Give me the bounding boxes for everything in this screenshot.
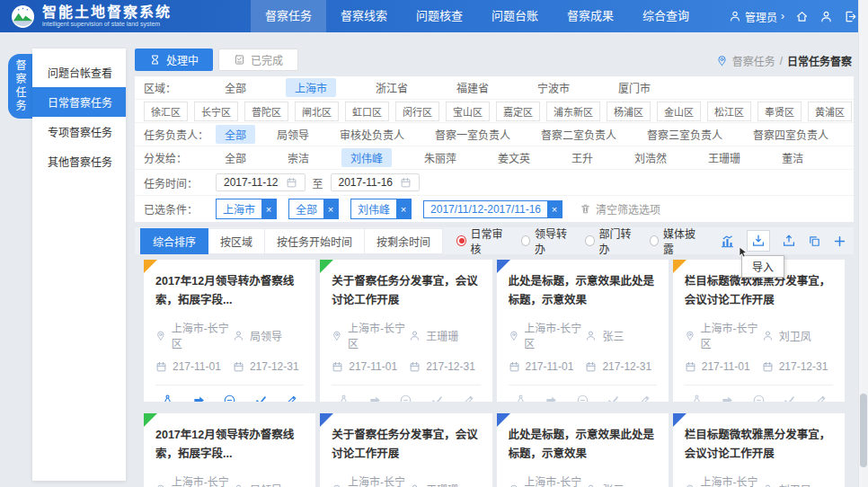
edit-icon[interactable] [814,394,828,402]
dispatch-chip[interactable]: 王升 [562,148,602,167]
complete-icon[interactable] [254,394,268,402]
nav-item-inspection-clues[interactable]: 督察线索 [326,0,402,32]
nav-item-inspection-results[interactable]: 督察成果 [553,0,628,32]
import-button[interactable]: 导入 [747,230,770,252]
task-card[interactable]: 此处是标题，示意效果此处是标题，示意效果 上海市-长宁区 张三 217-11-0… [497,260,669,402]
remove-tag-icon[interactable]: × [261,199,276,218]
clear-filters-button[interactable]: 清空筛选选项 [580,201,660,217]
dispatch-chip[interactable]: 姜文英 [489,148,539,167]
district-chip[interactable]: 松江区 [707,102,751,121]
nav-item-inspection-tasks[interactable]: 督察任务 [251,0,326,32]
sidebar-item-other-inspection[interactable]: 其他督察任务 [32,146,126,176]
nav-item-issue-check[interactable]: 问题核查 [402,0,477,32]
dispatch-chip-selected[interactable]: 刘伟峰 [341,148,392,167]
dispatch-chip[interactable]: 王珊珊 [699,148,749,167]
radio-leader-transfer[interactable]: 领导转办 [521,226,571,256]
district-chip[interactable]: 普陀区 [244,102,288,121]
dispatch-chip[interactable]: 刘浩然 [625,148,676,167]
dispatch-chip[interactable]: 朱丽萍 [415,148,465,167]
owner-chip[interactable]: 局领导 [268,125,318,144]
tab-processing[interactable]: 处理中 [135,49,213,71]
distribute-icon[interactable] [161,394,174,402]
region-chip-selected[interactable]: 上海市 [286,78,336,97]
edit-icon[interactable] [285,394,298,402]
radio-department-transfer[interactable]: 部门转办 [585,226,635,256]
complete-icon[interactable] [607,394,620,402]
region-chip[interactable]: 厦门市 [609,78,660,97]
dispatch-chip[interactable]: 董洁 [773,148,812,167]
owner-chip[interactable]: 督察一室负责人 [426,125,519,144]
date-from-input[interactable]: 2017-11-12 [216,173,306,191]
task-card[interactable]: 栏目标题微软雅黑分发事宜，会议讨论工作开展 上海市-长宁区 刘卫凤 217-11… [673,413,845,487]
remove-tag-icon[interactable]: × [547,201,562,217]
sidebar-item-issue-ledger-view[interactable]: 问题台帐查看 [32,58,126,87]
owner-chip-selected[interactable]: 全部 [216,125,255,144]
date-to-input[interactable]: 2017-11-16 [331,173,421,191]
suspend-icon[interactable] [752,394,766,402]
home-icon[interactable] [795,10,809,23]
forward-icon[interactable] [368,394,382,402]
forward-icon[interactable] [545,394,558,402]
task-card[interactable]: 此处是标题，示意效果此处是标题，示意效果 上海市-长宁区 张三 217-11-0… [497,413,669,487]
task-card[interactable]: 栏目标题微软雅黑分发事宜，会议讨论工作开展 上海市-长宁区 刘卫凤 217-11… [673,260,845,402]
scrollbar-thumb[interactable] [860,394,867,467]
district-chip[interactable]: 金山区 [657,102,701,121]
owner-chip[interactable]: 督察四室负责人 [744,125,837,144]
remove-tag-icon[interactable]: × [323,199,338,218]
forward-icon[interactable] [721,394,734,402]
breadcrumb-root[interactable]: 督察任务 [732,53,775,68]
sort-by-start-time[interactable]: 按任务开始时间 [265,228,365,254]
task-card[interactable]: 2017年12月领导转办督察线索，拓展字段... 上海市-长宁区 局领导 217… [144,260,315,402]
district-chip[interactable]: 虹口区 [345,102,389,121]
export-button[interactable] [782,234,796,248]
radio-daily-review[interactable]: 日常审核 [456,226,507,256]
suspend-icon[interactable] [576,394,589,402]
profile-icon[interactable] [819,10,833,23]
add-task-button[interactable] [833,235,846,248]
district-chip[interactable]: 嘉定区 [496,102,540,121]
remove-tag-icon[interactable]: × [396,199,411,218]
region-chip[interactable]: 浙江省 [367,78,417,97]
side-tab-inspection-tasks[interactable]: 督察任务 [8,54,32,119]
forward-icon[interactable] [192,394,206,402]
suspend-icon[interactable] [223,394,236,402]
district-chip[interactable]: 长宁区 [194,102,238,121]
radio-media-disclosure[interactable]: 媒体披露 [650,226,700,256]
region-chip[interactable]: 宁波市 [528,78,579,97]
district-chip[interactable]: 黄浦区 [808,102,852,121]
task-card[interactable]: 关于督察任务分发事宜，会议讨论工作开展 上海市-长宁区 王珊珊 217-11-0… [320,260,492,402]
suspend-icon[interactable] [399,394,412,402]
distribute-icon[interactable] [690,394,704,402]
page-scrollbar[interactable] [858,0,868,487]
sort-comprehensive[interactable]: 综合排序 [140,228,208,254]
district-chip[interactable]: 闵行区 [395,102,439,121]
nav-item-issue-ledger[interactable]: 问题台账 [477,0,553,32]
user-menu[interactable]: 管理员 › [729,9,784,24]
nav-item-comprehensive-query[interactable]: 综合查询 [628,0,704,32]
region-chip[interactable]: 福建省 [447,78,498,97]
statistics-button[interactable] [720,234,735,249]
distribute-icon[interactable] [514,394,527,402]
distribute-icon[interactable] [337,394,350,402]
dispatch-chip[interactable]: 全部 [216,148,255,167]
complete-icon[interactable] [783,394,796,402]
owner-chip[interactable]: 审核处负责人 [331,125,413,144]
logout-icon[interactable] [844,10,857,23]
region-chip[interactable]: 全部 [216,78,255,97]
district-chip[interactable]: 闸北区 [295,102,339,121]
tab-completed[interactable]: 已完成 [218,49,298,71]
district-chip[interactable]: 奉贤区 [757,102,802,121]
district-chip[interactable]: 杨浦区 [607,102,651,121]
owner-chip[interactable]: 督察三室负责人 [638,125,731,144]
complete-icon[interactable] [430,394,444,402]
task-card[interactable]: 关于督察任务分发事宜，会议讨论工作开展 上海市-长宁区 王珊珊 217-11-0… [320,413,492,487]
copy-button[interactable] [808,235,821,248]
sidebar-item-special-inspection[interactable]: 专项督察任务 [32,117,126,146]
sort-by-region[interactable]: 按区域 [208,228,265,254]
owner-chip[interactable]: 督察二室负责人 [532,125,625,144]
sidebar-item-daily-inspection[interactable]: 日常督察任务 [32,87,126,117]
dispatch-chip[interactable]: 崇洁 [279,148,318,167]
sort-by-remaining-time[interactable]: 按剩余时间 [365,228,443,254]
edit-icon[interactable] [462,394,475,402]
district-chip[interactable]: 宝山区 [446,102,490,121]
